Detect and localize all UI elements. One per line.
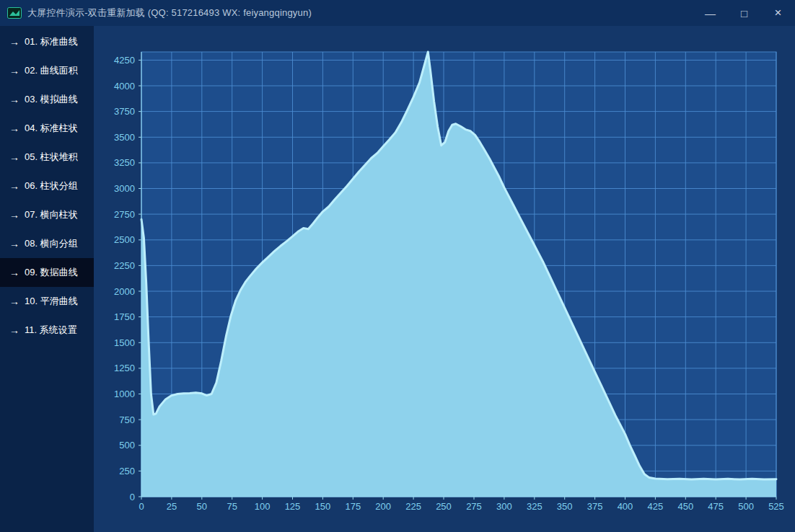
sidebar-item-11[interactable]: →11. 系统设置 <box>0 316 94 345</box>
minimize-button[interactable]: — <box>693 0 727 26</box>
window-controls: — □ × <box>693 0 795 26</box>
maximize-button[interactable]: □ <box>727 0 761 26</box>
titlebar: 大屏控件演示-双击重新加载 (QQ: 517216493 WX: feiyang… <box>0 0 795 26</box>
sidebar-item-label: 09. 数据曲线 <box>25 266 78 279</box>
sidebar-item-label: 08. 横向分组 <box>25 237 78 250</box>
arrow-icon: → <box>9 94 19 105</box>
arrow-icon: → <box>9 296 19 307</box>
chart-panel: 0255075100125150175200225250275300325350… <box>94 26 795 532</box>
y-tick-label: 4250 <box>114 55 135 66</box>
y-tick-label: 1250 <box>114 363 135 373</box>
sidebar-item-10[interactable]: →10. 平滑曲线 <box>0 287 94 316</box>
sidebar-item-label: 10. 平滑曲线 <box>25 295 78 308</box>
arrow-icon: → <box>9 65 19 76</box>
x-tick-label: 350 <box>557 501 573 512</box>
y-tick-label: 3500 <box>114 132 135 143</box>
app-icon <box>7 7 22 19</box>
x-tick-label: 200 <box>375 501 391 512</box>
window-title: 大屏控件演示-双击重新加载 (QQ: 517216493 WX: feiyang… <box>27 6 693 19</box>
y-tick-label: 2750 <box>114 209 135 220</box>
sidebar-item-02[interactable]: →02. 曲线面积 <box>0 56 94 85</box>
close-button[interactable]: × <box>761 0 795 26</box>
x-tick-label: 225 <box>405 501 421 512</box>
y-tick-label: 2250 <box>114 260 135 271</box>
x-tick-label: 325 <box>527 501 543 512</box>
app-window: 大屏控件演示-双击重新加载 (QQ: 517216493 WX: feiyang… <box>0 0 795 532</box>
arrow-icon: → <box>9 209 19 221</box>
sidebar-item-06[interactable]: →06. 柱状分组 <box>0 172 94 200</box>
arrow-icon: → <box>9 180 19 192</box>
x-tick-label: 375 <box>587 501 603 512</box>
sidebar-item-01[interactable]: →01. 标准曲线 <box>0 27 94 56</box>
app-body: →01. 标准曲线→02. 曲线面积→03. 模拟曲线→04. 标准柱状→05.… <box>0 26 795 532</box>
x-tick-label: 175 <box>345 501 361 512</box>
arrow-icon: → <box>9 238 19 249</box>
x-tick-label: 0 <box>139 501 144 512</box>
x-tick-label: 425 <box>648 501 664 512</box>
x-tick-label: 100 <box>255 501 271 512</box>
x-tick-label: 300 <box>496 501 512 512</box>
sidebar-item-03[interactable]: →03. 模拟曲线 <box>0 85 94 114</box>
x-tick-label: 475 <box>708 501 724 512</box>
arrow-icon: → <box>9 267 19 278</box>
y-tick-label: 1000 <box>114 389 135 399</box>
sidebar-item-label: 05. 柱状堆积 <box>25 151 78 164</box>
x-tick-label: 50 <box>197 501 207 512</box>
sidebar-item-label: 07. 横向柱状 <box>25 208 78 221</box>
arrow-icon: → <box>9 151 19 163</box>
x-tick-label: 150 <box>315 501 331 512</box>
x-tick-label: 125 <box>285 501 301 512</box>
arrow-icon: → <box>9 123 19 134</box>
chart-svg: 0255075100125150175200225250275300325350… <box>94 26 795 532</box>
sidebar-item-label: 04. 标准柱状 <box>25 122 78 135</box>
y-tick-label: 500 <box>119 440 135 451</box>
x-tick-label: 500 <box>738 501 754 512</box>
x-tick-label: 250 <box>436 501 452 512</box>
y-tick-label: 3000 <box>114 183 135 194</box>
sidebar-item-label: 03. 模拟曲线 <box>25 93 78 106</box>
arrow-icon: → <box>9 36 19 48</box>
y-tick-label: 750 <box>119 414 135 425</box>
y-tick-label: 3250 <box>114 157 135 168</box>
y-tick-label: 1750 <box>114 311 135 322</box>
y-tick-label: 250 <box>119 466 135 476</box>
sidebar-item-09[interactable]: →09. 数据曲线 <box>0 258 94 287</box>
y-tick-label: 3750 <box>114 106 135 117</box>
x-tick-label: 450 <box>677 501 693 512</box>
sidebar-item-label: 02. 曲线面积 <box>25 64 78 77</box>
sidebar: →01. 标准曲线→02. 曲线面积→03. 模拟曲线→04. 标准柱状→05.… <box>0 26 94 532</box>
x-tick-label: 400 <box>618 501 633 512</box>
y-tick-label: 2000 <box>114 286 135 297</box>
y-tick-label: 1500 <box>114 337 135 348</box>
x-tick-label: 275 <box>466 501 482 512</box>
y-tick-label: 0 <box>130 492 135 502</box>
sidebar-item-05[interactable]: →05. 柱状堆积 <box>0 143 94 172</box>
y-tick-label: 4000 <box>114 81 135 92</box>
x-tick-label: 25 <box>167 501 177 512</box>
x-tick-label: 525 <box>768 501 784 512</box>
y-tick-label: 2500 <box>114 234 135 245</box>
arrow-icon: → <box>9 324 19 336</box>
sidebar-item-07[interactable]: →07. 横向柱状 <box>0 200 94 229</box>
sidebar-item-label: 01. 标准曲线 <box>25 35 78 48</box>
sidebar-item-08[interactable]: →08. 横向分组 <box>0 229 94 258</box>
sidebar-item-label: 11. 系统设置 <box>25 324 77 337</box>
sidebar-item-label: 06. 柱状分组 <box>25 179 78 192</box>
x-tick-label: 75 <box>227 501 237 512</box>
sidebar-item-04[interactable]: →04. 标准柱状 <box>0 114 94 143</box>
